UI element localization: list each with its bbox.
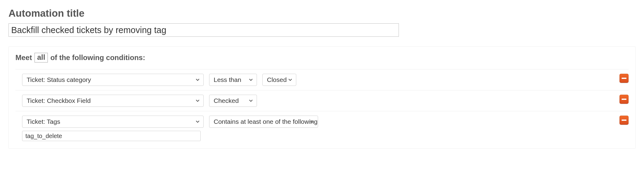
chevron-down-icon (288, 78, 292, 82)
condition-row: Ticket: Status category Less than Closed (15, 69, 629, 90)
condition-operator-select[interactable]: Checked (209, 95, 257, 107)
chevron-down-icon (249, 78, 253, 82)
condition-operator-value: Contains at least one of the following (214, 118, 317, 125)
chevron-down-icon (196, 99, 200, 103)
remove-condition-button[interactable] (619, 95, 629, 104)
conditions-prefix: Meet (15, 53, 32, 62)
conditions-quantifier-select[interactable]: all (34, 53, 48, 63)
condition-field-select[interactable]: Ticket: Status category (22, 74, 204, 86)
condition-value-text: Closed (267, 76, 287, 83)
condition-field-select[interactable]: Ticket: Checkbox Field (22, 95, 204, 107)
chevron-down-icon (196, 120, 200, 124)
chevron-down-icon (249, 99, 253, 103)
condition-field-value: Ticket: Checkbox Field (27, 97, 91, 104)
condition-field-value: Ticket: Status category (27, 76, 91, 83)
condition-tag-input[interactable] (22, 131, 201, 141)
condition-value-select[interactable]: Closed (262, 74, 296, 86)
condition-operator-value: Checked (214, 97, 239, 104)
condition-operator-select[interactable]: Contains at least one of the following (209, 116, 318, 128)
condition-row: Ticket: Checkbox Field Checked (15, 90, 629, 111)
automation-title-label: Automation title (8, 8, 636, 19)
remove-condition-button[interactable] (619, 74, 629, 83)
remove-condition-button[interactable] (619, 116, 629, 125)
conditions-panel: Meet all of the following conditions: Ti… (8, 46, 636, 149)
condition-field-value: Ticket: Tags (27, 118, 60, 125)
condition-operator-value: Less than (214, 76, 241, 83)
condition-field-select[interactable]: Ticket: Tags (22, 116, 204, 128)
chevron-down-icon (196, 78, 200, 82)
condition-operator-select[interactable]: Less than (209, 74, 257, 86)
condition-row: Ticket: Tags Contains at least one of th… (15, 111, 629, 145)
automation-title-input[interactable] (8, 23, 399, 37)
conditions-header: Meet all of the following conditions: (15, 53, 629, 63)
conditions-suffix: of the following conditions: (50, 53, 145, 62)
